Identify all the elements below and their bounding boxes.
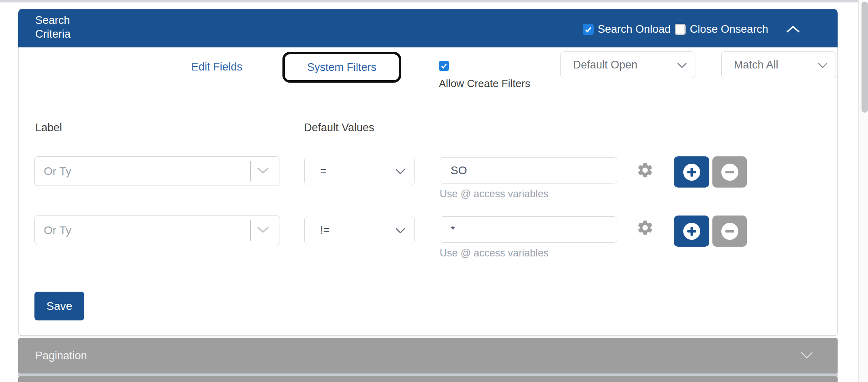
chevron-down-icon[interactable] bbox=[257, 226, 269, 235]
panel-title: Search Criteria bbox=[35, 13, 96, 41]
search-onload-checkbox[interactable] bbox=[583, 24, 594, 35]
chevron-down-icon bbox=[818, 59, 827, 71]
chevron-up-icon bbox=[786, 25, 800, 33]
header-controls: Search Onload Close Onsearch bbox=[583, 19, 800, 40]
combobox-divider bbox=[250, 161, 251, 181]
allow-create-filters-label: Allow Create Filters bbox=[439, 77, 530, 90]
add-filter-button[interactable] bbox=[674, 216, 709, 247]
tab-system-filters[interactable]: System Filters bbox=[307, 61, 376, 74]
check-icon bbox=[584, 26, 592, 33]
top-edge-strip bbox=[0, 0, 868, 2]
close-onsearch-label: Close Onsearch bbox=[690, 23, 768, 36]
combobox-divider bbox=[250, 220, 251, 241]
match-mode-value: Match All bbox=[734, 59, 778, 71]
pagination-section-label: Pagination bbox=[35, 350, 87, 362]
check-icon bbox=[440, 62, 447, 69]
default-value-input[interactable] bbox=[440, 157, 617, 184]
chevron-down-icon bbox=[396, 224, 405, 237]
operator-select[interactable]: = bbox=[304, 157, 415, 185]
default-open-select[interactable]: Default Open bbox=[560, 51, 695, 78]
close-onsearch-checkbox[interactable] bbox=[675, 24, 686, 35]
add-filter-button[interactable] bbox=[674, 156, 709, 188]
plus-circle-icon bbox=[683, 164, 700, 181]
save-button[interactable]: Save bbox=[34, 292, 84, 320]
next-section-bar[interactable] bbox=[18, 376, 838, 382]
chevron-down-icon bbox=[396, 165, 405, 177]
gear-icon[interactable] bbox=[636, 161, 654, 179]
page: Search Criteria Search Onload Close Onse… bbox=[0, 0, 868, 382]
access-variables-hint: Use @ access variables bbox=[440, 247, 549, 259]
default-open-value: Default Open bbox=[573, 59, 637, 71]
section-divider bbox=[18, 373, 838, 376]
operator-select[interactable]: != bbox=[304, 216, 415, 244]
collapse-panel-button[interactable] bbox=[786, 25, 800, 33]
chevron-down-icon bbox=[800, 351, 813, 361]
search-onload-label: Search Onload bbox=[598, 23, 671, 36]
pagination-section-bar[interactable]: Pagination bbox=[18, 338, 838, 373]
default-value-input[interactable] bbox=[440, 216, 617, 243]
default-values-column-heading: Default Values bbox=[304, 122, 374, 134]
operator-value: != bbox=[320, 224, 329, 237]
chevron-down-icon bbox=[677, 59, 687, 71]
gear-icon[interactable] bbox=[636, 219, 654, 237]
remove-filter-button[interactable] bbox=[712, 216, 747, 247]
remove-filter-button[interactable] bbox=[712, 156, 747, 188]
scrollbar-thumb[interactable] bbox=[862, 2, 868, 113]
tab-edit-fields[interactable]: Edit Fields bbox=[191, 61, 242, 73]
filter-field-combobox[interactable] bbox=[34, 216, 280, 245]
system-filters-highlight-outline: System Filters bbox=[282, 52, 401, 83]
filter-field-input[interactable] bbox=[35, 216, 246, 245]
minus-circle-icon bbox=[721, 164, 738, 181]
minus-circle-icon bbox=[721, 223, 738, 240]
allow-create-filters-checkbox[interactable] bbox=[439, 61, 449, 71]
chevron-down-icon[interactable] bbox=[257, 167, 269, 175]
plus-circle-icon bbox=[683, 223, 700, 240]
filter-field-input[interactable] bbox=[35, 157, 246, 186]
label-column-heading: Label bbox=[35, 122, 62, 134]
operator-value: = bbox=[320, 165, 327, 177]
match-mode-select[interactable]: Match All bbox=[721, 51, 836, 78]
access-variables-hint: Use @ access variables bbox=[440, 188, 549, 200]
filter-field-combobox[interactable] bbox=[34, 156, 280, 186]
